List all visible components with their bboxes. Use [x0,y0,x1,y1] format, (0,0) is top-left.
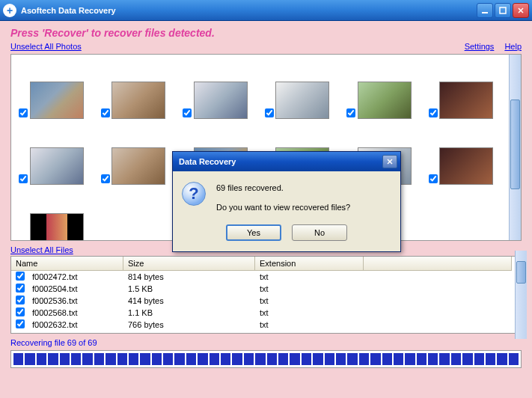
files-scrollbar[interactable] [515,251,527,339]
progress-segment [394,353,403,365]
titlebar: + Asoftech Data Recovery [0,0,532,21]
unselect-files-link[interactable]: Unselect All Files [10,245,73,254]
file-checkbox[interactable] [16,307,25,316]
photo-item[interactable] [427,61,507,119]
no-button[interactable]: No [292,224,347,241]
progress-segment [497,353,507,365]
cell-ext: txt [255,319,273,330]
progress-segment [129,353,138,365]
progress-segment [382,353,392,365]
photo-checkbox[interactable] [429,174,438,183]
table-row[interactable]: f0002536.txt414 bytestxt [11,295,512,307]
photo-checkbox[interactable] [19,240,28,241]
status-text: Recovering file 69 of 69 [10,338,522,347]
photo-checkbox[interactable] [183,108,192,117]
progress-segment [336,353,346,365]
progress-segment [174,353,184,365]
progress-segment [290,353,299,365]
photo-checkbox[interactable] [19,174,28,183]
progress-segment [313,353,322,365]
photo-checkbox[interactable] [101,108,110,117]
maximize-button[interactable] [495,3,511,18]
progress-segment [359,353,369,365]
progress-segment [474,353,484,365]
table-row[interactable]: f0002632.txt766 bytestxt [11,319,512,331]
progress-bar [10,350,522,368]
recovery-dialog: Data Recovery ? 69 files recovered. Do y… [172,151,401,252]
svg-rect-1 [500,7,506,13]
dialog-title: Data Recovery [176,157,382,166]
table-row[interactable]: f0002568.txt1.1 KBtxt [11,307,512,319]
svg-rect-0 [482,12,488,13]
progress-segment [267,353,277,365]
progress-segment [417,353,426,365]
col-header-blank [364,257,512,270]
table-row[interactable]: f0002472.txt814 bytestxt [11,271,512,283]
cell-ext: txt [255,284,273,294]
photo-scrollbar[interactable] [509,55,521,240]
photo-thumbnail [111,147,165,185]
dialog-close-button[interactable] [382,155,397,168]
col-header-extension[interactable]: Extension [255,257,364,270]
file-checkbox[interactable] [16,319,25,328]
progress-segment [210,353,219,365]
progress-segment [486,353,495,365]
photo-checkbox[interactable] [101,174,110,183]
dialog-message: 69 files recovered. Do you want to view … [216,182,391,214]
photo-item[interactable] [427,126,507,185]
progress-segment [94,353,104,365]
progress-segment [71,353,81,365]
file-checkbox[interactable] [16,272,25,281]
photo-checkbox[interactable] [429,108,438,117]
cell-name: f0002568.txt [28,307,123,318]
col-header-size[interactable]: Size [123,257,255,270]
scrollbar-thumb[interactable] [510,100,520,189]
photo-item[interactable] [17,192,97,241]
photo-item[interactable] [100,126,179,185]
progress-segment [37,353,46,365]
progress-segment [405,353,415,365]
progress-segment [255,353,265,365]
file-checkbox[interactable] [16,296,25,304]
app-title: Asoftech Data Recovery [21,6,477,15]
progress-segment [13,353,23,365]
col-header-name[interactable]: Name [11,257,123,270]
progress-segment [244,353,254,365]
table-row[interactable]: f0002504.txt1.5 KBtxt [11,283,512,295]
photo-checkbox[interactable] [19,108,28,117]
progress-segment [347,353,357,365]
instruction-text: Press 'Recover' to recover files detecte… [10,27,522,39]
photo-item[interactable] [100,61,179,119]
dialog-line1: 69 files recovered. [216,182,391,195]
question-icon: ? [182,182,206,206]
minimize-button[interactable] [477,3,493,18]
photo-checkbox[interactable] [346,108,355,117]
unselect-photos-link[interactable]: Unselect All Photos [10,42,82,51]
cell-ext: txt [255,307,273,318]
photo-item[interactable] [263,61,343,119]
scrollbar-thumb[interactable] [516,261,526,284]
photo-item[interactable] [17,61,97,119]
yes-button[interactable]: Yes [226,224,281,241]
cell-name: f0002632.txt [28,319,123,330]
close-button[interactable] [513,3,529,18]
progress-segment [439,353,449,365]
photo-item[interactable] [181,61,260,119]
photo-thumbnail [194,82,248,119]
progress-segment [163,353,173,365]
file-checkbox[interactable] [16,284,25,293]
app-icon: + [3,4,16,17]
settings-link[interactable]: Settings [465,42,495,51]
photo-item[interactable] [345,61,424,119]
progress-segment [451,353,461,365]
photo-checkbox[interactable] [265,108,274,117]
photo-thumbnail [30,82,84,119]
progress-segment [278,353,288,365]
progress-segment [82,353,92,365]
photo-item[interactable] [17,126,97,185]
help-link[interactable]: Help [504,42,522,51]
photo-thumbnail [30,147,84,185]
dialog-line2: Do you want to view recovered files? [216,201,391,215]
cell-size: 1.5 KB [123,284,255,294]
progress-segment [140,353,150,365]
